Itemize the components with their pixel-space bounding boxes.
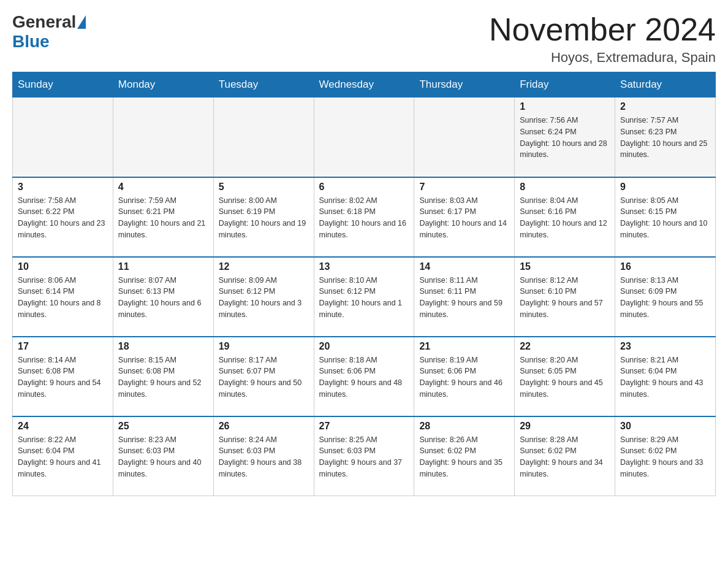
calendar-cell: 19Sunrise: 8:17 AM Sunset: 6:07 PM Dayli…: [213, 337, 314, 416]
location-subtitle: Hoyos, Extremadura, Spain: [489, 50, 716, 66]
day-number: 21: [419, 341, 509, 352]
day-number: 3: [18, 182, 108, 193]
day-number: 16: [620, 261, 710, 272]
day-info: Sunrise: 8:03 AM Sunset: 6:17 PM Dayligh…: [419, 195, 509, 241]
day-number: 1: [520, 101, 610, 112]
calendar-cell: 7Sunrise: 8:03 AM Sunset: 6:17 PM Daylig…: [414, 177, 515, 257]
day-number: 9: [620, 182, 710, 193]
calendar-cell: 10Sunrise: 8:06 AM Sunset: 6:14 PM Dayli…: [13, 257, 113, 337]
calendar-body: 1Sunrise: 7:56 AM Sunset: 6:24 PM Daylig…: [13, 98, 716, 496]
day-number: 11: [118, 261, 208, 272]
month-title: November 2024: [489, 12, 716, 47]
calendar-cell: 17Sunrise: 8:14 AM Sunset: 6:08 PM Dayli…: [13, 337, 113, 416]
day-info: Sunrise: 8:24 AM Sunset: 6:03 PM Dayligh…: [219, 434, 309, 480]
header-monday: Monday: [113, 72, 213, 98]
calendar-cell: 2Sunrise: 7:57 AM Sunset: 6:23 PM Daylig…: [615, 98, 716, 177]
title-section: November 2024 Hoyos, Extremadura, Spain: [489, 12, 716, 66]
day-info: Sunrise: 8:11 AM Sunset: 6:11 PM Dayligh…: [419, 275, 509, 321]
calendar-cell: 3Sunrise: 7:58 AM Sunset: 6:22 PM Daylig…: [13, 177, 113, 257]
day-info: Sunrise: 8:09 AM Sunset: 6:12 PM Dayligh…: [219, 275, 309, 321]
header-sunday: Sunday: [13, 72, 113, 98]
header-thursday: Thursday: [414, 72, 515, 98]
calendar-table: Sunday Monday Tuesday Wednesday Thursday…: [12, 72, 716, 496]
calendar-cell: [13, 98, 113, 177]
logo-blue-text: Blue: [12, 32, 50, 52]
day-info: Sunrise: 8:18 AM Sunset: 6:06 PM Dayligh…: [319, 354, 409, 400]
day-info: Sunrise: 8:20 AM Sunset: 6:05 PM Dayligh…: [520, 354, 610, 400]
calendar-cell: 11Sunrise: 8:07 AM Sunset: 6:13 PM Dayli…: [113, 257, 213, 337]
day-number: 14: [419, 261, 509, 272]
header-row: Sunday Monday Tuesday Wednesday Thursday…: [13, 72, 716, 98]
day-info: Sunrise: 8:12 AM Sunset: 6:10 PM Dayligh…: [520, 275, 610, 321]
day-info: Sunrise: 8:07 AM Sunset: 6:13 PM Dayligh…: [118, 275, 208, 321]
day-info: Sunrise: 8:13 AM Sunset: 6:09 PM Dayligh…: [620, 275, 710, 321]
day-info: Sunrise: 8:29 AM Sunset: 6:02 PM Dayligh…: [620, 434, 710, 480]
calendar-cell: 16Sunrise: 8:13 AM Sunset: 6:09 PM Dayli…: [615, 257, 716, 337]
calendar-cell: [414, 98, 515, 177]
header-friday: Friday: [515, 72, 615, 98]
day-info: Sunrise: 7:58 AM Sunset: 6:22 PM Dayligh…: [18, 195, 108, 241]
calendar-cell: 12Sunrise: 8:09 AM Sunset: 6:12 PM Dayli…: [213, 257, 314, 337]
day-info: Sunrise: 8:10 AM Sunset: 6:12 PM Dayligh…: [319, 275, 409, 321]
day-number: 19: [219, 341, 309, 352]
day-info: Sunrise: 8:26 AM Sunset: 6:02 PM Dayligh…: [419, 434, 509, 480]
day-number: 13: [319, 261, 409, 272]
calendar-cell: 26Sunrise: 8:24 AM Sunset: 6:03 PM Dayli…: [213, 416, 314, 496]
calendar-cell: [213, 98, 314, 177]
day-info: Sunrise: 8:21 AM Sunset: 6:04 PM Dayligh…: [620, 354, 710, 400]
day-number: 12: [219, 261, 309, 272]
day-info: Sunrise: 8:15 AM Sunset: 6:08 PM Dayligh…: [118, 354, 208, 400]
calendar-cell: 29Sunrise: 8:28 AM Sunset: 6:02 PM Dayli…: [515, 416, 615, 496]
day-info: Sunrise: 8:25 AM Sunset: 6:03 PM Dayligh…: [319, 434, 409, 480]
calendar-cell: 14Sunrise: 8:11 AM Sunset: 6:11 PM Dayli…: [414, 257, 515, 337]
calendar-header: Sunday Monday Tuesday Wednesday Thursday…: [13, 72, 716, 98]
calendar-week-1: 1Sunrise: 7:56 AM Sunset: 6:24 PM Daylig…: [13, 98, 716, 177]
calendar-cell: 20Sunrise: 8:18 AM Sunset: 6:06 PM Dayli…: [314, 337, 414, 416]
calendar-cell: 23Sunrise: 8:21 AM Sunset: 6:04 PM Dayli…: [615, 337, 716, 416]
day-info: Sunrise: 8:22 AM Sunset: 6:04 PM Dayligh…: [18, 434, 108, 480]
calendar-cell: 1Sunrise: 7:56 AM Sunset: 6:24 PM Daylig…: [515, 98, 615, 177]
calendar-week-4: 17Sunrise: 8:14 AM Sunset: 6:08 PM Dayli…: [13, 337, 716, 416]
day-number: 25: [118, 421, 208, 432]
calendar-cell: 30Sunrise: 8:29 AM Sunset: 6:02 PM Dayli…: [615, 416, 716, 496]
day-number: 4: [118, 182, 208, 193]
calendar-week-3: 10Sunrise: 8:06 AM Sunset: 6:14 PM Dayli…: [13, 257, 716, 337]
day-number: 22: [520, 341, 610, 352]
day-number: 23: [620, 341, 710, 352]
logo-triangle-icon: [77, 15, 86, 29]
day-number: 17: [18, 341, 108, 352]
day-number: 26: [219, 421, 309, 432]
day-info: Sunrise: 8:23 AM Sunset: 6:03 PM Dayligh…: [118, 434, 208, 480]
logo-general-text: General: [12, 12, 76, 32]
calendar-cell: 22Sunrise: 8:20 AM Sunset: 6:05 PM Dayli…: [515, 337, 615, 416]
day-info: Sunrise: 8:19 AM Sunset: 6:06 PM Dayligh…: [419, 354, 509, 400]
header-saturday: Saturday: [615, 72, 716, 98]
day-number: 10: [18, 261, 108, 272]
day-number: 27: [319, 421, 409, 432]
day-info: Sunrise: 8:04 AM Sunset: 6:16 PM Dayligh…: [520, 195, 610, 241]
day-number: 6: [319, 182, 409, 193]
day-number: 8: [520, 182, 610, 193]
day-info: Sunrise: 7:59 AM Sunset: 6:21 PM Dayligh…: [118, 195, 208, 241]
day-number: 30: [620, 421, 710, 432]
calendar-cell: [113, 98, 213, 177]
calendar-cell: 18Sunrise: 8:15 AM Sunset: 6:08 PM Dayli…: [113, 337, 213, 416]
calendar-cell: 6Sunrise: 8:02 AM Sunset: 6:18 PM Daylig…: [314, 177, 414, 257]
day-info: Sunrise: 8:00 AM Sunset: 6:19 PM Dayligh…: [219, 195, 309, 241]
calendar-cell: 21Sunrise: 8:19 AM Sunset: 6:06 PM Dayli…: [414, 337, 515, 416]
calendar-week-5: 24Sunrise: 8:22 AM Sunset: 6:04 PM Dayli…: [13, 416, 716, 496]
calendar-cell: [314, 98, 414, 177]
day-info: Sunrise: 8:06 AM Sunset: 6:14 PM Dayligh…: [18, 275, 108, 321]
day-number: 7: [419, 182, 509, 193]
calendar-cell: 4Sunrise: 7:59 AM Sunset: 6:21 PM Daylig…: [113, 177, 213, 257]
calendar-cell: 5Sunrise: 8:00 AM Sunset: 6:19 PM Daylig…: [213, 177, 314, 257]
day-number: 29: [520, 421, 610, 432]
day-info: Sunrise: 8:17 AM Sunset: 6:07 PM Dayligh…: [219, 354, 309, 400]
day-number: 18: [118, 341, 208, 352]
calendar-cell: 15Sunrise: 8:12 AM Sunset: 6:10 PM Dayli…: [515, 257, 615, 337]
logo: General Blue: [12, 12, 87, 52]
day-info: Sunrise: 8:02 AM Sunset: 6:18 PM Dayligh…: [319, 195, 409, 241]
day-number: 5: [219, 182, 309, 193]
calendar-cell: 27Sunrise: 8:25 AM Sunset: 6:03 PM Dayli…: [314, 416, 414, 496]
header-wednesday: Wednesday: [314, 72, 414, 98]
